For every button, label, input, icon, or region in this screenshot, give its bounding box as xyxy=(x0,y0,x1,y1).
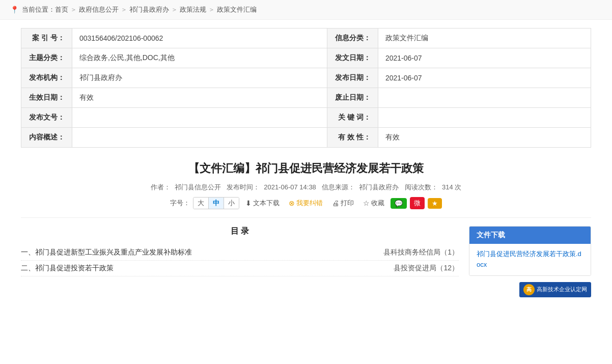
publish-time-label: 发布时间： xyxy=(227,183,260,191)
left-label: 发布文号： xyxy=(21,108,72,128)
right-label: 有 效 性： xyxy=(327,128,378,148)
download-box: 文件下载 祁门县促进民营经济发展若干政策.docx xyxy=(469,226,591,276)
toc-item[interactable]: 二、祁门县促进投资若干政策县投资促进局（12） xyxy=(21,261,459,276)
download-icon: ⬇ xyxy=(245,199,252,207)
right-value: 2021-06-07 xyxy=(378,68,591,88)
article-title: 【文件汇编】祁门县促进民营经济发展若干政策 xyxy=(21,160,591,177)
left-label: 生效日期： xyxy=(21,88,72,108)
breadcrumb-item-3[interactable]: 政策法规 xyxy=(180,5,206,14)
left-label: 内容概述： xyxy=(21,128,72,148)
main-content: 案 引 号：003156406/202106-00062信息分类：政策文件汇编主… xyxy=(11,20,601,305)
table-row: 主题分类：综合政务,公民,其他,DOC,其他发文日期：2021-06-07 xyxy=(21,48,591,68)
left-value: 综合政务,公民,其他,DOC,其他 xyxy=(72,48,327,68)
breadcrumb-sep-0: ＞ xyxy=(70,5,77,14)
right-label: 废止日期： xyxy=(327,88,378,108)
download-btn[interactable]: ⬇ 文本下载 xyxy=(242,198,283,209)
breadcrumb: 📍 当前位置： 首页 ＞ 政府信息公开 ＞ 祁门县政府办 ＞ 政策法规 ＞ 政策… xyxy=(0,0,612,20)
right-value: 有效 xyxy=(378,128,591,148)
left-value: 003156406/202106-00062 xyxy=(72,29,327,48)
sidebar-file-link[interactable]: 祁门县促进民营经济发展若干政策.docx xyxy=(477,249,583,270)
sidebar-download-header: 文件下载 xyxy=(469,227,591,244)
logo-text: 高新技术企业认定网 xyxy=(537,286,587,293)
table-row: 生效日期：有效废止日期： xyxy=(21,88,591,108)
download-label: 文本下载 xyxy=(253,199,280,208)
wechat-icon: 💬 xyxy=(395,200,403,207)
print-icon: 🖨 xyxy=(332,199,339,207)
wechat-share-btn[interactable]: 💬 xyxy=(391,198,407,209)
sidebar-download-body: 祁门县促进民营经济发展若干政策.docx xyxy=(469,244,591,275)
correction-btn[interactable]: ⊗ 我要纠错 xyxy=(286,198,326,209)
correction-label: 我要纠错 xyxy=(296,199,323,208)
toc-title: 目 录 xyxy=(21,226,459,237)
read-count-value: 314 次 xyxy=(442,183,461,191)
toc-item-left: 二、祁门县促进投资若干政策 xyxy=(21,264,383,273)
right-label: 信息分类： xyxy=(327,29,378,48)
font-size-small-btn[interactable]: 小 xyxy=(224,198,239,209)
font-size-group: 大 中 小 xyxy=(193,197,239,209)
author-label: 作者： xyxy=(151,183,171,191)
sidebar: 文件下载 祁门县促进民营经济发展若干政策.docx 高 高新技术企业认定网 xyxy=(469,226,591,297)
breadcrumb-item-0[interactable]: 首页 xyxy=(55,5,68,14)
right-label: 发文日期： xyxy=(327,48,378,68)
font-controls: 字号： 大 中 小 ⬇ 文本下载 ⊗ 我要纠错 🖨 打印 ☆ 收藏 💬 微 xyxy=(21,197,591,209)
publish-time-value: 2021-06-07 14:38 xyxy=(264,183,316,191)
toc-items: 一、祁门县促进新型工业振兴及重点产业发展补助标准县科技商务经信局（1）二、祁门县… xyxy=(21,245,459,276)
left-value xyxy=(72,128,327,148)
font-size-medium-btn[interactable]: 中 xyxy=(209,198,224,209)
table-row: 发布机构：祁门县政府办发布日期：2021-06-07 xyxy=(21,68,591,88)
divider xyxy=(21,217,591,218)
star-share-icon: ★ xyxy=(432,200,438,207)
left-value: 有效 xyxy=(72,88,327,108)
sidebar-logo: 高 高新技术企业认定网 xyxy=(469,282,591,297)
print-label: 打印 xyxy=(341,199,354,208)
weibo-icon: 微 xyxy=(414,199,421,208)
breadcrumb-sep-2: ＞ xyxy=(171,5,178,14)
font-size-large-btn[interactable]: 大 xyxy=(193,198,209,209)
right-value xyxy=(378,108,591,128)
table-row: 内容概述：有 效 性：有效 xyxy=(21,128,591,148)
left-label: 案 引 号： xyxy=(21,29,72,48)
breadcrumb-item-2[interactable]: 祁门县政府办 xyxy=(129,5,169,14)
toc-item[interactable]: 一、祁门县促进新型工业振兴及重点产业发展补助标准县科技商务经信局（1） xyxy=(21,245,459,261)
breadcrumb-sep-1: ＞ xyxy=(121,5,127,14)
source-label: 信息来源： xyxy=(322,183,355,191)
source-value: 祁门县政府办 xyxy=(359,183,399,191)
logo-box: 高 高新技术企业认定网 xyxy=(519,282,591,297)
content-area: 目 录 一、祁门县促进新型工业振兴及重点产业发展补助标准县科技商务经信局（1）二… xyxy=(21,226,459,297)
left-label: 发布机构： xyxy=(21,68,72,88)
print-btn[interactable]: 🖨 打印 xyxy=(329,198,357,209)
toc-item-right: 县科技商务经信局（1） xyxy=(383,248,459,257)
toc-item-right: 县投资促进局（12） xyxy=(394,264,459,273)
right-value: 政策文件汇编 xyxy=(378,29,591,48)
breadcrumb-item-1[interactable]: 政府信息公开 xyxy=(79,5,119,14)
table-row: 发布文号：关 键 词： xyxy=(21,108,591,128)
right-label: 关 键 词： xyxy=(327,108,378,128)
weibo-share-btn[interactable]: 微 xyxy=(410,197,425,209)
toc-item-left: 一、祁门县促进新型工业振兴及重点产业发展补助标准 xyxy=(21,248,373,257)
article-meta: 作者：祁门县信息公开 发布时间：2021-06-07 14:38 信息来源：祁门… xyxy=(21,183,591,192)
favorite-label: 收藏 xyxy=(371,199,384,208)
star-icon: ☆ xyxy=(363,199,370,207)
breadcrumb-sep-3: ＞ xyxy=(208,5,215,14)
font-size-label: 字号： xyxy=(170,199,190,208)
correction-icon: ⊗ xyxy=(289,199,295,207)
table-row: 案 引 号：003156406/202106-00062信息分类：政策文件汇编 xyxy=(21,29,591,48)
star-share-btn[interactable]: ★ xyxy=(428,198,442,209)
pin-icon: 📍 xyxy=(10,6,19,14)
left-value xyxy=(72,108,327,128)
left-value: 祁门县政府办 xyxy=(72,68,327,88)
left-label: 主题分类： xyxy=(21,48,72,68)
read-count-label: 阅读次数： xyxy=(405,183,438,191)
right-value: 2021-06-07 xyxy=(378,48,591,68)
breadcrumb-label: 当前位置： xyxy=(22,5,55,14)
breadcrumb-item-4[interactable]: 政策文件汇编 xyxy=(217,5,257,14)
author-value: 祁门县信息公开 xyxy=(175,183,221,191)
right-value xyxy=(378,88,591,108)
right-label: 发布日期： xyxy=(327,68,378,88)
favorite-btn[interactable]: ☆ 收藏 xyxy=(360,198,387,209)
info-table: 案 引 号：003156406/202106-00062信息分类：政策文件汇编主… xyxy=(21,28,591,148)
bottom-section: 目 录 一、祁门县促进新型工业振兴及重点产业发展补助标准县科技商务经信局（1）二… xyxy=(21,226,591,297)
logo-icon: 高 xyxy=(523,284,535,295)
